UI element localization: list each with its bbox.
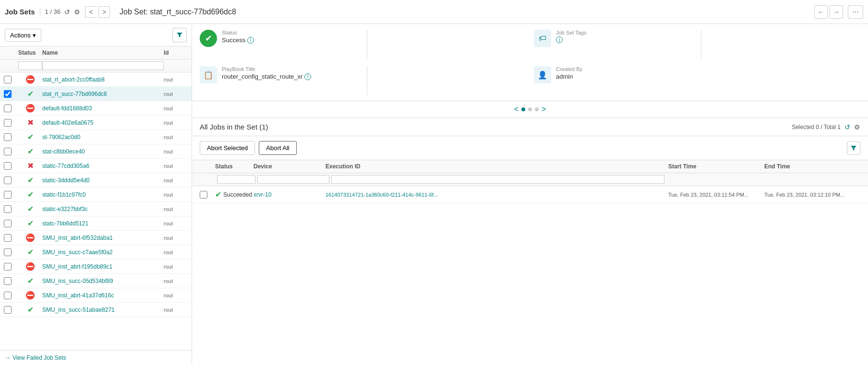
job-set-name[interactable]: SMU_inst_abrt-41a37d616c: [42, 292, 164, 299]
row-checkbox[interactable]: [4, 306, 12, 314]
job-set-id: rout: [164, 206, 188, 212]
job-set-name[interactable]: static-3dddd5e4d0: [42, 177, 164, 184]
dot-3[interactable]: [535, 107, 539, 111]
success-status-icon: ✔: [27, 176, 34, 185]
row-checkbox[interactable]: [4, 263, 12, 271]
job-set-name[interactable]: stat_rt_succ-77bd696dc8: [42, 91, 164, 97]
job-set-name[interactable]: static-e3227bbf3c: [42, 206, 164, 212]
filter-icon: [176, 32, 183, 38]
jobs-execution-id-header: Execution ID: [326, 163, 668, 170]
row-checkbox[interactable]: [4, 177, 12, 184]
job-device[interactable]: xrvr-10: [253, 191, 326, 198]
table-row[interactable]: ✖ default-402e6a0675 rout: [0, 116, 192, 130]
table-row[interactable]: ✔ stat_rt_succ-77bd696dc8 rout: [0, 87, 192, 101]
table-row[interactable]: ✔ statc-7bb6dd5121 rout: [0, 216, 192, 231]
table-row[interactable]: ⛔ stat_rt_abort-2cc0ffaab8 rout: [0, 72, 192, 87]
job-execution-id[interactable]: 1614073314721-1a360c60-f211-414c-9611-6f…: [326, 192, 668, 198]
abort-selected-button[interactable]: Abort Selected: [200, 141, 255, 155]
job-set-name[interactable]: st-79062ac0d0: [42, 134, 164, 141]
table-row[interactable]: ⛔ SMU_inst_abrt-f195db89c1 rout: [0, 259, 192, 274]
dot-2[interactable]: [528, 107, 532, 111]
job-set-name[interactable]: SMU_ins_succ-05d534bf89: [42, 278, 164, 284]
row-checkbox[interactable]: [4, 292, 12, 299]
dots-prev-button[interactable]: <: [514, 105, 518, 114]
table-row[interactable]: ✔ static-f1b1c97fc0 rout: [0, 188, 192, 202]
job-set-name[interactable]: static-77cdd305a6: [42, 163, 164, 169]
more-options-button[interactable]: ⋯: [848, 5, 863, 19]
row-checkbox[interactable]: [4, 277, 12, 285]
refresh-icon[interactable]: ↺: [64, 8, 70, 16]
table-row[interactable]: ✔ SMU_ins_succ-c7aae5f0a2 rout: [0, 245, 192, 259]
row-checkbox[interactable]: [4, 90, 12, 98]
filter-button[interactable]: [172, 28, 187, 42]
dot-1[interactable]: [521, 107, 525, 111]
row-checkbox[interactable]: [4, 76, 12, 83]
table-row[interactable]: ✔ static-3dddd5e4d0 rout: [0, 173, 192, 188]
row-checkbox[interactable]: [4, 205, 12, 213]
job-row[interactable]: ✔ Succeeded xrvr-10 1614073314721-1a360c…: [192, 186, 868, 203]
prev-nav-button[interactable]: <: [85, 6, 96, 18]
job-set-name[interactable]: stat-c8bb0ece40: [42, 148, 164, 155]
view-failed-link[interactable]: → View Failed Job Sets: [0, 350, 192, 365]
job-set-name[interactable]: SMU_inst_abrt-f195db89c1: [42, 263, 164, 270]
row-checkbox[interactable]: [4, 162, 12, 170]
tag-icon: 🏷: [534, 30, 551, 47]
table-row[interactable]: ✔ SMU_ins_succ-05d534bf89 rout: [0, 274, 192, 288]
job-set-name[interactable]: SMU_ins_succ-51abae8271: [42, 306, 164, 313]
row-checkbox[interactable]: [4, 119, 12, 127]
job-row-checkbox[interactable]: [200, 191, 207, 199]
job-set-name[interactable]: static-f1b1c97fc0: [42, 191, 164, 198]
actions-button[interactable]: Actions ▾: [5, 29, 41, 42]
name-column-header: Name: [42, 49, 164, 56]
jobs-refresh-button[interactable]: ↺: [844, 123, 850, 131]
job-set-id: rout: [164, 77, 188, 82]
success-status-icon: ✔: [27, 305, 34, 314]
left-toolbar: Actions ▾: [0, 24, 192, 47]
back-button[interactable]: ←: [814, 5, 828, 19]
table-row[interactable]: ✔ st-79062ac0d0 rout: [0, 130, 192, 144]
row-checkbox[interactable]: [4, 191, 12, 199]
dots-next-button[interactable]: >: [542, 105, 546, 114]
row-checkbox[interactable]: [4, 220, 12, 227]
table-row[interactable]: ✔ static-e3227bbf3c rout: [0, 202, 192, 216]
created-by-card: 👤 Created By admin: [534, 66, 693, 95]
row-checkbox[interactable]: [4, 105, 12, 112]
table-row[interactable]: ✖ static-77cdd305a6 rout: [0, 159, 192, 173]
job-set-id: rout: [164, 177, 188, 183]
table-row[interactable]: ⛔ default-fdd1688d03 rout: [0, 101, 192, 116]
job-success-icon: ✔: [215, 190, 221, 199]
job-set-name[interactable]: SMU_ins_succ-c7aae5f0a2: [42, 249, 164, 256]
job-set-id: rout: [164, 235, 188, 241]
job-set-name[interactable]: statc-7bb6dd5121: [42, 220, 164, 227]
next-nav-button[interactable]: >: [98, 6, 110, 18]
left-table-filter: [0, 59, 192, 72]
settings-icon[interactable]: ⚙: [74, 8, 80, 16]
row-checkbox[interactable]: [4, 148, 12, 155]
name-filter-input[interactable]: [42, 61, 164, 70]
job-set-name[interactable]: default-402e6a0675: [42, 119, 164, 126]
status-info-icon[interactable]: i: [247, 37, 254, 44]
tags-info-icon[interactable]: i: [556, 36, 563, 43]
row-checkbox[interactable]: [4, 248, 12, 256]
job-set-name[interactable]: stat_rt_abort-2cc0ffaab8: [42, 76, 164, 83]
row-checkbox[interactable]: [4, 133, 12, 141]
table-row[interactable]: ✔ stat-c8bb0ece40 rout: [0, 144, 192, 159]
jobs-execution-id-filter[interactable]: [331, 175, 664, 184]
playbook-info-icon[interactable]: i: [304, 73, 311, 80]
jobs-filter-button[interactable]: [847, 141, 860, 155]
jobs-device-filter[interactable]: [257, 175, 329, 184]
job-set-id: rout: [164, 249, 188, 255]
table-row[interactable]: ⛔ SMU_inst_abrt-6f532daba1 rout: [0, 231, 192, 245]
job-set-name[interactable]: SMU_inst_abrt-6f532daba1: [42, 235, 164, 241]
created-by-label: Created By: [556, 66, 693, 72]
tags-value: i: [556, 36, 693, 43]
jobs-status-filter[interactable]: [217, 175, 255, 184]
table-row[interactable]: ✔ SMU_ins_succ-51abae8271 rout: [0, 303, 192, 317]
forward-button[interactable]: →: [830, 5, 843, 19]
abort-all-button[interactable]: Abort All: [259, 141, 296, 155]
job-set-name[interactable]: default-fdd1688d03: [42, 105, 164, 112]
table-row[interactable]: ⛔ SMU_inst_abrt-41a37d616c rout: [0, 288, 192, 303]
row-checkbox[interactable]: [4, 234, 12, 242]
jobs-settings-button[interactable]: ⚙: [854, 123, 860, 131]
status-filter-input[interactable]: [18, 61, 42, 70]
